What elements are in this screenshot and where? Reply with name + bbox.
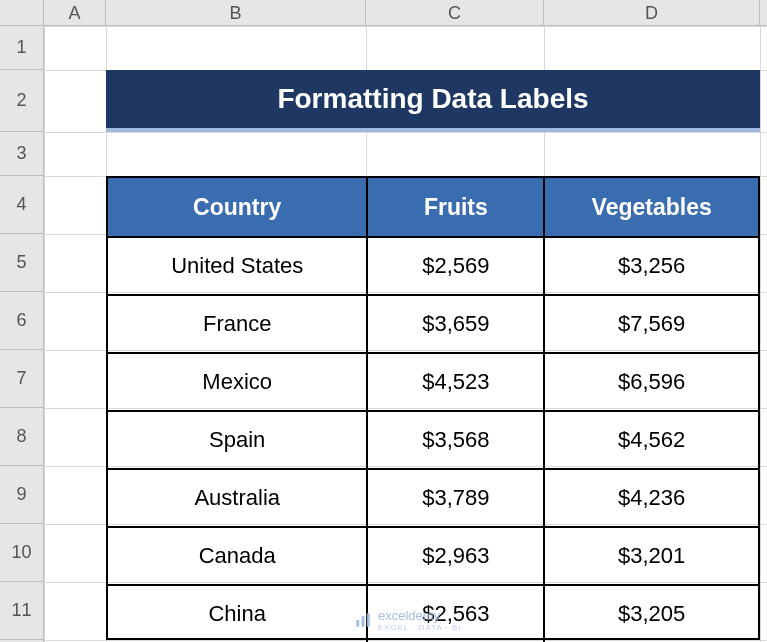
table-row: Canada$2,963$3,201 <box>108 526 758 584</box>
cell-vegetables[interactable]: $3,205 <box>543 586 758 642</box>
row-header-11[interactable]: 11 <box>0 582 43 640</box>
row-header-3[interactable]: 3 <box>0 132 43 176</box>
cell-vegetables[interactable]: $4,236 <box>543 470 758 526</box>
cell-country[interactable]: Mexico <box>108 354 366 410</box>
cell-country[interactable]: Spain <box>108 412 366 468</box>
column-header-c[interactable]: C <box>366 0 544 26</box>
cell-country[interactable]: United States <box>108 238 366 294</box>
row-header-8[interactable]: 8 <box>0 408 43 466</box>
row-header-4[interactable]: 4 <box>0 176 43 234</box>
table-header-vegetables[interactable]: Vegetables <box>543 178 758 236</box>
cell-fruits[interactable]: $3,789 <box>366 470 543 526</box>
column-headers: ABCD <box>44 0 767 26</box>
spreadsheet: ABCD 1234567891011 Formatting Data Label… <box>0 0 767 642</box>
cell-fruits[interactable]: $3,659 <box>366 296 543 352</box>
title-text: Formatting Data Labels <box>277 83 588 115</box>
cell-vegetables[interactable]: $6,596 <box>543 354 758 410</box>
table-row: France$3,659$7,569 <box>108 294 758 352</box>
cell-country[interactable]: China <box>108 586 366 642</box>
table-row: United States$2,569$3,256 <box>108 236 758 294</box>
table-row: China$2,563$3,205 <box>108 584 758 642</box>
row-header-7[interactable]: 7 <box>0 350 43 408</box>
cells-area[interactable]: Formatting Data Labels CountryFruitsVege… <box>44 26 767 642</box>
table-header-country[interactable]: Country <box>108 178 366 236</box>
column-header-b[interactable]: B <box>106 0 366 26</box>
select-all-corner[interactable] <box>0 0 44 26</box>
cell-fruits[interactable]: $2,963 <box>366 528 543 584</box>
row-header-6[interactable]: 6 <box>0 292 43 350</box>
cell-fruits[interactable]: $3,568 <box>366 412 543 468</box>
cell-country[interactable]: Canada <box>108 528 366 584</box>
cell-vegetables[interactable]: $4,562 <box>543 412 758 468</box>
data-table: CountryFruitsVegetablesUnited States$2,5… <box>106 176 760 640</box>
row-header-2[interactable]: 2 <box>0 70 43 132</box>
row-headers: 1234567891011 <box>0 26 44 642</box>
cell-fruits[interactable]: $4,523 <box>366 354 543 410</box>
cell-vegetables[interactable]: $3,201 <box>543 528 758 584</box>
row-header-10[interactable]: 10 <box>0 524 43 582</box>
title-banner: Formatting Data Labels <box>106 70 760 132</box>
cell-vegetables[interactable]: $7,569 <box>543 296 758 352</box>
table-row: Australia$3,789$4,236 <box>108 468 758 526</box>
column-header-a[interactable]: A <box>44 0 106 26</box>
cell-country[interactable]: Australia <box>108 470 366 526</box>
table-row: Mexico$4,523$6,596 <box>108 352 758 410</box>
cell-vegetables[interactable]: $3,256 <box>543 238 758 294</box>
column-header-d[interactable]: D <box>544 0 760 26</box>
cell-country[interactable]: France <box>108 296 366 352</box>
row-header-1[interactable]: 1 <box>0 26 43 70</box>
row-header-5[interactable]: 5 <box>0 234 43 292</box>
cell-fruits[interactable]: $2,563 <box>366 586 543 642</box>
cell-fruits[interactable]: $2,569 <box>366 238 543 294</box>
row-header-9[interactable]: 9 <box>0 466 43 524</box>
table-row: Spain$3,568$4,562 <box>108 410 758 468</box>
table-header-fruits[interactable]: Fruits <box>366 178 543 236</box>
